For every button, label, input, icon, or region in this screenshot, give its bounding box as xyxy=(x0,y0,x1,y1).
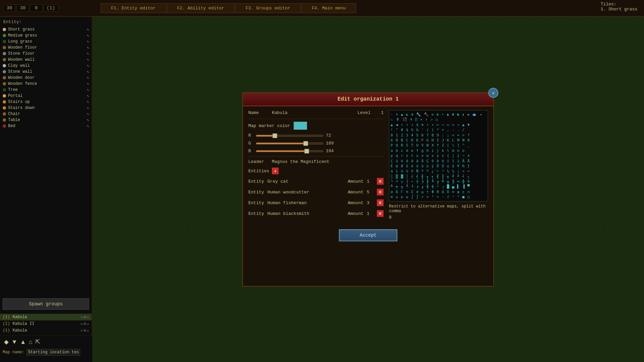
modal-left: Name Kabula Level 1 Map marker color R xyxy=(248,110,384,220)
entity-name: Clay wall xyxy=(8,63,85,68)
spawn-edit-btn[interactable]: ✎ xyxy=(81,322,83,326)
spawn-edit-btn[interactable]: ✎ xyxy=(81,328,83,333)
modal-entity-row: Entity Grey cat Amount 1 ✕ xyxy=(248,177,384,186)
spawn-delete-btn[interactable]: ✕ xyxy=(87,328,89,333)
level-label: Level xyxy=(357,110,378,115)
entity-edit-icon[interactable]: ✎ xyxy=(87,124,89,128)
char-grid[interactable]: · × ▲ ☯ ⚙ 🔧 🔨 ⚒ ♛ ⚡ ♟ ♜ ♞ ♝ ♚ 🐟 ✦ ⚔ 🗡 🏹 … xyxy=(389,110,488,201)
entity-edit-icon[interactable]: ✎ xyxy=(87,100,89,104)
entity-list-item[interactable]: Wooden floor✎ xyxy=(0,45,92,51)
r-value: 72 xyxy=(326,133,336,138)
entity-edit-icon[interactable]: ✎ xyxy=(87,40,89,44)
entity-name: Stairs up xyxy=(8,100,85,104)
entity-list-item[interactable]: Stairs down✎ xyxy=(0,105,92,111)
entity-list-item[interactable]: Chair✎ xyxy=(0,111,92,117)
name-level-row: Name Kabula Level 1 xyxy=(248,110,384,115)
spawn-name: Kabula xyxy=(13,315,27,319)
entity-list-item[interactable]: Portal✎ xyxy=(0,93,92,99)
g-slider-thumb[interactable] xyxy=(303,141,308,146)
spawn-copy-btn[interactable]: ⧉ xyxy=(84,322,86,326)
spawn-num: (1) xyxy=(3,328,10,333)
entity-list: Short grass✎Medium grass✎Long grass✎Wood… xyxy=(0,26,92,296)
entity-edit-icon[interactable]: ✎ xyxy=(87,88,89,92)
entity-name: Table xyxy=(8,118,85,122)
entity-name: Wooden door xyxy=(8,75,85,80)
entity-name: Short grass xyxy=(8,27,85,32)
r-slider-thumb[interactable] xyxy=(273,133,277,138)
remove-entity-button[interactable]: ✕ xyxy=(377,189,384,195)
entity-row-name: Human woodcutter xyxy=(267,190,344,195)
entity-list-item[interactable]: Wooden wall✎ xyxy=(0,57,92,63)
spawn-list-item[interactable]: (1) Kabula ✎ ⧉ ✕ xyxy=(0,314,92,320)
nav-groups-editor[interactable]: F3. Groups editor xyxy=(235,3,301,13)
entity-list-item[interactable]: Wooden door✎ xyxy=(0,75,92,81)
nav-main-menu[interactable]: F4. Main menu xyxy=(301,3,356,13)
entity-edit-icon[interactable]: ✎ xyxy=(87,34,89,38)
spawn-name: Kabula II xyxy=(13,321,35,326)
entity-edit-icon[interactable]: ✎ xyxy=(87,106,89,110)
spawn-edit-btn[interactable]: ✎ xyxy=(81,315,83,319)
entity-list-item[interactable]: Medium grass✎ xyxy=(0,33,92,39)
r-slider-track[interactable] xyxy=(256,135,323,137)
b-slider-track[interactable] xyxy=(256,150,323,152)
entity-list-item[interactable]: Stone floor✎ xyxy=(0,51,92,57)
b-slider-thumb[interactable] xyxy=(304,149,309,154)
tool-triangle[interactable]: ▲ xyxy=(20,339,26,346)
spawn-delete-btn[interactable]: ✕ xyxy=(87,315,89,319)
nav-entity-editor[interactable]: F1. Entity editor xyxy=(101,3,166,13)
entity-edit-icon[interactable]: ✎ xyxy=(87,76,89,80)
b-slider-fill xyxy=(256,150,307,152)
remove-entity-button[interactable]: ✕ xyxy=(377,210,384,217)
accept-button[interactable]: Accept xyxy=(339,229,397,241)
entity-list-item[interactable]: Wooden fence✎ xyxy=(0,81,92,87)
entity-list-item[interactable]: Table✎ xyxy=(0,117,92,123)
amount-label: Amount xyxy=(348,200,363,205)
entity-edit-icon[interactable]: ✎ xyxy=(87,52,89,56)
entity-list-item[interactable]: Clay wall✎ xyxy=(0,63,92,69)
name-value: Kabula xyxy=(272,110,288,115)
entity-edit-icon[interactable]: ✎ xyxy=(87,82,89,86)
entity-list-item[interactable]: Bed✎ xyxy=(0,123,92,129)
modal-close-button[interactable]: ✕ xyxy=(488,88,498,98)
entity-list-item[interactable]: Tree✎ xyxy=(0,87,92,93)
remove-entity-button[interactable]: ✕ xyxy=(377,178,384,185)
spawn-num: (1) xyxy=(3,321,10,326)
spawn-list-item[interactable]: (1) Kabula II ✎ ⧉ ✕ xyxy=(0,320,92,327)
tool-arrows[interactable]: ⇱ xyxy=(35,338,40,346)
entity-edit-icon[interactable]: ✎ xyxy=(87,27,89,32)
entity-list-item[interactable]: Stairs up✎ xyxy=(0,99,92,105)
entity-edit-icon[interactable]: ✎ xyxy=(87,64,89,68)
name-label: Name xyxy=(248,110,268,115)
spawn-copy-btn[interactable]: ⧉ xyxy=(84,328,86,333)
spawn-groups-button[interactable]: Spawn groups xyxy=(3,298,89,310)
tool-house[interactable]: ⌂ xyxy=(29,339,33,346)
color-preview[interactable] xyxy=(294,122,307,130)
stats-area: 30 30 0 (1) xyxy=(0,4,94,12)
entity-edit-icon[interactable]: ✎ xyxy=(87,58,89,62)
tool-diamond[interactable]: ◆ xyxy=(4,338,9,346)
remove-entity-button[interactable]: ✕ xyxy=(377,199,384,206)
spawn-list-item[interactable]: (1) Kabula ✎ ⧉ ✕ xyxy=(0,327,92,334)
tool-down[interactable]: ▼ xyxy=(11,339,17,346)
nav-ability-editor[interactable]: F2. Ability editor xyxy=(167,3,235,13)
modal-entity-row: Entity Human woodcutter Amount 5 ✕ xyxy=(248,188,384,196)
entity-edit-icon[interactable]: ✎ xyxy=(87,46,89,50)
spawn-copy-btn[interactable]: ⧉ xyxy=(84,315,86,319)
edit-organization-modal: Edit organization 1 ✕ Name Kabula Level … xyxy=(242,92,494,287)
amount-label: Amount xyxy=(348,179,363,184)
g-slider-track[interactable] xyxy=(256,142,323,144)
entity-list-item[interactable]: Long grass✎ xyxy=(0,39,92,45)
entity-edit-icon[interactable]: ✎ xyxy=(87,94,89,98)
entity-list-item[interactable]: Short grass✎ xyxy=(0,26,92,33)
map-name-input[interactable] xyxy=(27,349,80,356)
entity-name: Stone wall xyxy=(8,69,85,74)
b-value: 194 xyxy=(326,148,336,154)
entity-edit-icon[interactable]: ✎ xyxy=(87,118,89,122)
add-entity-button[interactable]: + xyxy=(272,168,279,174)
spawn-delete-btn[interactable]: ✕ xyxy=(87,322,89,326)
entity-edit-icon[interactable]: ✎ xyxy=(87,70,89,74)
entity-list-item[interactable]: Stone wall✎ xyxy=(0,69,92,75)
entity-edit-icon[interactable]: ✎ xyxy=(87,112,89,116)
amount-label: Amount xyxy=(348,211,363,216)
map-name-label: Map name: xyxy=(3,350,24,355)
